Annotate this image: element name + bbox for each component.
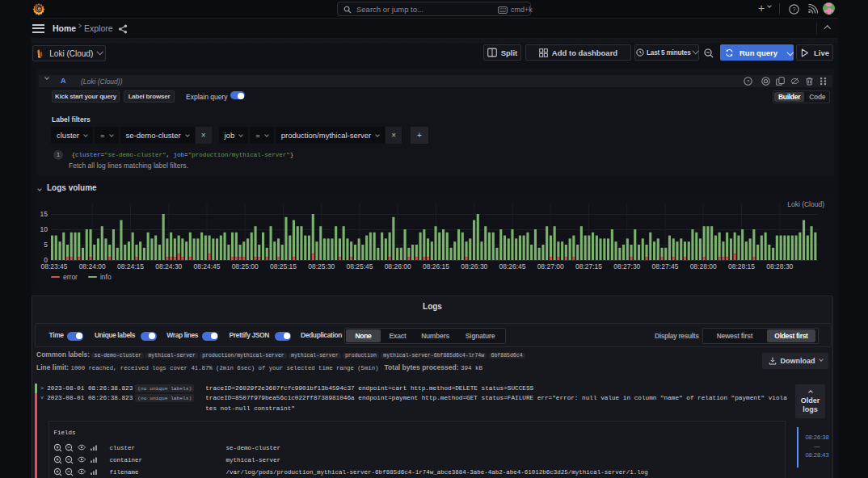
svg-text:?: ?: [792, 6, 795, 13]
svg-text:?: ?: [747, 79, 750, 84]
